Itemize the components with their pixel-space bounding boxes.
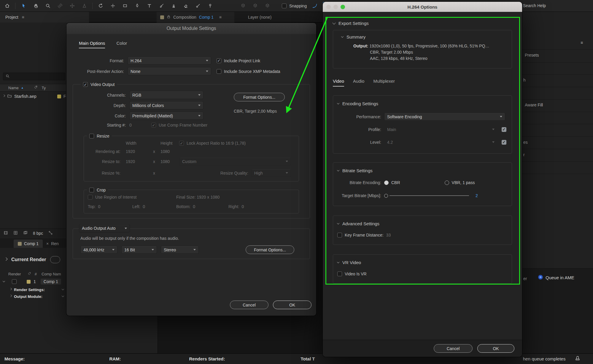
ok-button[interactable]: OK [477,344,514,353]
notify-queue-icon[interactable] [575,356,580,362]
puppet-pin-tool-icon[interactable] [206,2,214,10]
collapse-icon[interactable] [337,169,339,171]
tab-video[interactable]: Video [333,79,344,87]
project-search-input[interactable] [3,73,65,80]
expand-icon[interactable] [3,280,5,282]
vbr-radio[interactable] [445,181,449,185]
eraser-tool-icon[interactable] [182,2,190,10]
disclosure-icon[interactable] [9,295,12,297]
bit-depth-dropdown[interactable]: 16 Bit [121,246,157,254]
resize-width-field[interactable]: 1920 [123,159,153,164]
bitrate-settings-header[interactable]: Bitrate Settings [337,168,512,173]
include-xmp-checkbox[interactable] [217,69,221,74]
performance-dropdown[interactable]: Software Encoding [384,113,505,121]
disclosure-icon[interactable] [4,257,7,261]
tab-comp-1[interactable]: Comp 1 [14,240,43,248]
render-column-header[interactable]: Render [0,272,21,276]
video-output-checkbox[interactable] [83,82,88,87]
collapse-icon[interactable] [337,222,339,224]
resize-checkbox[interactable] [89,134,94,138]
resize-preset-dropdown[interactable]: Custom [179,157,291,165]
tab-color[interactable]: Color [116,41,127,48]
zoom-tool-icon[interactable] [44,2,52,10]
number-column-header[interactable]: # [35,272,37,276]
roto-brush-tool-icon[interactable] [194,2,202,10]
type-tool-icon[interactable] [145,2,153,10]
advanced-settings-header[interactable]: Advanced Settings [337,221,512,226]
label-color-swatch[interactable] [27,280,31,284]
view-axis-mode-icon[interactable] [263,2,271,10]
video-is-vr-checkbox[interactable] [337,272,342,276]
type-column-header[interactable]: Ty [42,86,46,90]
collapse-icon[interactable] [341,35,344,37]
world-axis-mode-icon[interactable] [251,2,259,10]
selection-tool-icon[interactable] [19,2,28,10]
crop-top-value[interactable]: 0 [98,204,100,209]
lock-aspect-checkbox[interactable] [179,141,184,146]
new-composition-icon[interactable] [23,231,28,236]
when-queue-completes-label[interactable]: hen queue completes [523,356,565,361]
post-render-dropdown[interactable]: None [128,67,211,75]
close-icon[interactable]: × [46,241,49,246]
clone-stamp-tool-icon[interactable] [169,2,178,10]
render-item-checkbox[interactable] [12,279,17,284]
key-frame-checkbox[interactable] [337,233,342,237]
level-auto-checkbox[interactable] [502,140,506,145]
layer-panel-tab[interactable]: Layer (none) [244,12,276,23]
collapse-icon[interactable] [332,21,336,24]
panel-menu-icon[interactable]: ≡ [22,15,24,20]
dolly-camera-tool-icon[interactable] [80,2,88,10]
audio-channels-dropdown[interactable]: Stereo [161,246,199,254]
cancel-button[interactable]: Cancel [230,301,268,309]
depth-dropdown[interactable]: Millions of Colors [129,101,204,109]
composition-name[interactable]: Comp 1 [199,15,214,20]
home-icon[interactable] [3,2,11,10]
include-project-link-checkbox[interactable] [217,58,221,63]
summary-header[interactable]: Summary [341,34,512,39]
cancel-button[interactable]: Cancel [434,344,473,353]
cbr-radio[interactable] [384,181,389,185]
color-depth-button[interactable]: 8 bpc [33,231,43,236]
crop-right-value[interactable]: 0 [242,204,244,209]
project-item-name[interactable]: Starfish.aep [14,94,36,99]
content-aware-fill-fragment[interactable]: Aware Fill [525,103,543,107]
name-column-header[interactable]: Name [0,86,19,90]
color-dropdown[interactable]: Premultiplied (Matted) [129,112,204,120]
resize-quality-dropdown[interactable]: High [251,169,291,177]
disclosure-icon[interactable] [9,288,12,290]
profile-auto-checkbox[interactable] [502,127,506,132]
orbit-camera-tool-icon[interactable] [56,2,64,10]
tab-multiplexer[interactable]: Multiplexer [373,79,395,87]
vr-video-header[interactable]: VR Video [337,260,512,265]
panel-menu-icon[interactable]: ≡ [581,40,583,45]
target-bitrate-value[interactable]: 2 [476,193,478,198]
pan-camera-tool-icon[interactable] [68,2,76,10]
transparency-grid-icon[interactable] [13,231,18,236]
crop-checkbox[interactable] [89,188,94,192]
snap-along-edges-icon[interactable] [311,2,319,10]
audio-format-options-button[interactable]: Format Options... [246,245,294,254]
export-settings-header[interactable]: Export Settings [333,21,512,26]
resize-height-field[interactable]: 1080 [160,159,179,164]
search-help-label[interactable]: Search Help [523,3,546,8]
tab-main-options[interactable]: Main Options [79,41,105,48]
composition-panel-tab[interactable]: Composition Comp 1 ≡ [157,12,234,23]
render-item-comp-name[interactable]: Comp 1 [41,279,61,285]
chevron-down-icon[interactable] [62,288,64,290]
local-axis-mode-icon[interactable] [239,2,247,10]
tab-audio[interactable]: Audio [353,79,364,87]
use-comp-frame-checkbox[interactable] [151,123,156,127]
label-color-swatch[interactable] [57,95,61,98]
encoding-settings-header[interactable]: Encoding Settings [337,101,512,106]
video-format-options-button[interactable]: Format Options... [234,93,285,101]
use-roi-checkbox[interactable] [88,195,93,199]
pen-tool-icon[interactable] [133,2,141,10]
label-column-icon[interactable] [28,272,31,276]
dialog-title-bar[interactable]: Output Module Settings [66,23,316,34]
brush-tool-icon[interactable] [157,2,166,10]
snapping-checkbox[interactable] [282,4,287,8]
bitrate-slider-knob[interactable] [384,194,388,198]
interpret-footage-icon[interactable] [4,231,8,236]
chevron-down-icon[interactable] [62,295,64,297]
rotation-tool-icon[interactable] [96,2,105,10]
